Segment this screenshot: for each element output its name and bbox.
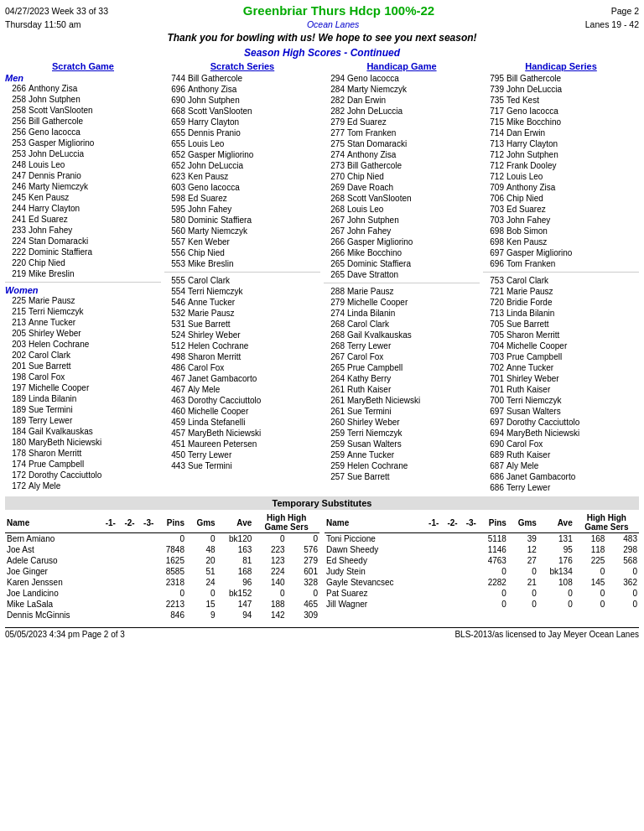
score-row: 696Anthony Zisa: [164, 84, 320, 95]
score-num: 457: [164, 428, 188, 439]
score-row: 264Kathy Berry: [324, 373, 480, 384]
temp-ave: 95: [538, 544, 574, 555]
score-num: 459: [164, 417, 188, 428]
score-num: 215: [5, 306, 29, 317]
scores-grid: Scratch Game Men 266Anthony Zisa258John …: [5, 61, 639, 493]
score-row: 279Ed Suarez: [324, 117, 480, 127]
score-name: Janet Gambacorto: [188, 373, 320, 384]
temp-gms: 51: [186, 566, 217, 577]
score-name: John DeLuccia: [29, 148, 161, 159]
score-name: Harry Clayton: [188, 117, 320, 127]
temp-gms: 0: [508, 588, 538, 599]
score-num: 560: [164, 226, 188, 236]
score-num: 277: [324, 127, 347, 138]
score-row: 689Ruth Kaiser: [483, 449, 639, 460]
score-row: 172Dorothy Cacciuttolo: [5, 470, 161, 480]
score-name: Anthony Zisa: [188, 84, 320, 95]
temp-hs: 279: [287, 555, 319, 566]
score-row: 269Dave Roach: [324, 182, 480, 193]
score-name: Helen Cochrane: [188, 340, 320, 351]
score-name: John DeLuccia: [347, 106, 480, 117]
table-row: Bern Amiano 0 0 bk120 0 0: [5, 533, 319, 545]
score-num: 744: [164, 73, 188, 84]
temp-d3: [460, 544, 478, 555]
day-time: Thursday 11:50 am: [5, 19, 80, 29]
score-num: 686: [483, 471, 506, 482]
score-num: 467: [164, 384, 188, 395]
score-num: 655: [164, 127, 188, 138]
score-num: 267: [324, 226, 347, 236]
temp-pins: 0: [478, 588, 508, 599]
score-row: 598Ed Suarez: [164, 193, 320, 204]
col-d2-right: -2-: [440, 512, 459, 533]
score-name: Terry Lewer: [188, 449, 320, 460]
score-name: Carol Clark: [347, 319, 480, 330]
score-num: 554: [164, 286, 188, 297]
score-num: 282: [324, 95, 347, 106]
lanes: Lanes 19 - 42: [585, 19, 639, 29]
score-row: 178Sharon Merritt: [5, 448, 161, 459]
league-title: Greenbriar Thurs Hdcp 100%-22: [139, 3, 538, 18]
score-num: 701: [483, 384, 506, 395]
score-num: 197: [5, 382, 29, 393]
score-num: 531: [164, 319, 188, 330]
handicap-series-women: 753Carol Clark721Marie Pausz720Bridie Fo…: [483, 275, 639, 493]
score-name: Dominic Staffiera: [29, 247, 161, 257]
score-row: 267Carol Fox: [324, 351, 480, 362]
score-row: 712Louis Leo: [483, 171, 639, 182]
temp-hs: 0: [287, 588, 319, 599]
score-num: 712: [483, 160, 506, 171]
score-row: 267John Fahey: [324, 226, 480, 236]
temp-ave: 81: [217, 555, 254, 566]
table-row: Pat Suarez 0 0 0 0 0: [325, 588, 639, 599]
score-num: 253: [5, 138, 29, 148]
temp-gms: 0: [508, 599, 538, 610]
score-name: Scott VanSlooten: [188, 106, 320, 117]
temp-pins: 1625: [155, 555, 186, 566]
score-num: 268: [324, 330, 347, 340]
score-name: Terry Lewer: [347, 340, 480, 351]
temp-d2: [117, 588, 137, 599]
score-num: 201: [5, 361, 29, 371]
score-row: 274Anthony Zisa: [324, 149, 480, 160]
score-num: 266: [324, 236, 347, 247]
score-row: 277Tom Franken: [324, 127, 480, 138]
table-row: Gayle Stevancsec 2282 21 108 145 362: [325, 577, 639, 588]
score-row: 273Bill Gathercole: [324, 160, 480, 171]
score-row: 706Chip Nied: [483, 193, 639, 204]
score-num: 687: [483, 460, 506, 471]
temp-hs: 0: [606, 566, 639, 577]
score-name: Bill Gathercole: [29, 116, 161, 127]
temp-hg: 224: [253, 566, 286, 577]
score-num: 267: [324, 351, 347, 362]
score-name: Maureen Petersen: [188, 439, 320, 449]
temp-hg: 168: [574, 533, 607, 545]
score-name: Janet Gambacorto: [506, 471, 639, 482]
temp-d1: [422, 577, 440, 588]
score-name: Chip Nied: [188, 247, 320, 258]
temp-name: Judy Stein: [325, 566, 422, 577]
score-num: 222: [5, 247, 29, 257]
temp-d2: [440, 599, 459, 610]
score-num: 274: [324, 308, 347, 319]
temp-name: Karen Jenssen: [5, 577, 98, 588]
score-row: 701Ruth Kaiser: [483, 384, 639, 395]
score-num: 498: [164, 351, 188, 362]
score-num: 258: [5, 94, 29, 105]
score-row: 753Carol Clark: [483, 275, 639, 286]
score-row: 705Sue Barrett: [483, 319, 639, 330]
score-num: 698: [483, 226, 506, 236]
score-num: 268: [324, 340, 347, 351]
score-num: 172: [5, 480, 29, 491]
temp-gms: 21: [508, 577, 538, 588]
score-row: 219Mike Breslin: [5, 268, 161, 279]
col-d3-left: -3-: [137, 512, 156, 533]
score-num: 259: [324, 460, 347, 471]
temp-name: Joe Ginger: [5, 566, 98, 577]
temp-ave: 0: [538, 599, 574, 610]
temp-d3: [137, 555, 156, 566]
score-row: 198Carol Fox: [5, 371, 161, 382]
score-row: 687Aly Mele: [483, 460, 639, 471]
temp-left-body: Bern Amiano 0 0 bk120 0 0 Joe Ast 7848 4…: [5, 533, 319, 621]
temp-hg: 188: [253, 599, 286, 610]
